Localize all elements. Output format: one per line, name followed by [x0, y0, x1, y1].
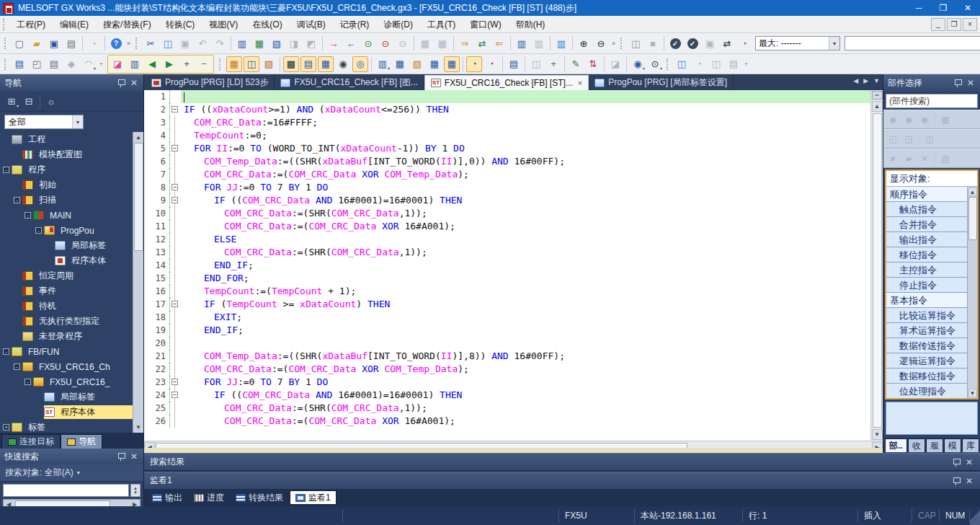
window-restore-button[interactable]: ❐: [931, 0, 956, 16]
parts-tab-模[interactable]: 模: [944, 438, 961, 452]
mdi-restore-button[interactable]: ❐: [947, 18, 961, 31]
parts-tab-收[interactable]: 收: [908, 438, 925, 452]
find-device2-icon[interactable]: ⊙: [378, 35, 393, 51]
code-line-11[interactable]: 11COM_CRC_Data:=(COM_CRC_Data XOR 16#A00…: [144, 220, 870, 233]
find-prev-icon[interactable]: ◀: [144, 56, 160, 72]
list-icon[interactable]: ▤: [46, 56, 62, 72]
window-minimize-button[interactable]: ─: [906, 0, 931, 16]
tab-scroll-right-icon[interactable]: ▶: [863, 77, 868, 84]
navigation-filter-combo[interactable]: 全部 ▼: [4, 115, 84, 129]
comment-add-icon[interactable]: +: [179, 56, 195, 72]
dock-tab-进度[interactable]: 进度: [189, 490, 229, 505]
code-line-13[interactable]: 13COM_CRC_Data:=(SHR(COM_CRC_Data,1));: [144, 246, 870, 259]
star-icon[interactable]: ★: [886, 151, 900, 166]
toolbar-overflow-icon[interactable]: ÷: [742, 61, 750, 68]
cut-icon[interactable]: ✂: [143, 35, 159, 51]
code-line-1[interactable]: 1: [144, 90, 870, 103]
parts-tab-库[interactable]: 库: [962, 438, 979, 452]
scroll-down-icon[interactable]: ▼: [133, 422, 144, 433]
max-combo[interactable]: 最大: -------▼: [755, 36, 840, 50]
st-convert-icon[interactable]: ◪: [110, 56, 125, 72]
code-line-18[interactable]: 18EXIT;: [144, 311, 870, 324]
tree-item-ProgPou[interactable]: -ProgPou: [0, 223, 143, 238]
program-add-icon[interactable]: +: [545, 56, 561, 72]
zoom-in-icon[interactable]: ⊕: [576, 35, 592, 51]
export-icon[interactable]: →: [326, 35, 342, 51]
pin-icon[interactable]: [117, 79, 125, 87]
toolbar-overflow-icon[interactable]: ÷: [97, 61, 105, 68]
editor-tab-lbl[interactable]: ProgPou [PRG] [局部标签设置]: [589, 75, 734, 90]
code-line-17[interactable]: 17−IF (TempCount >= xDataCount) THEN: [144, 298, 870, 311]
find-device3-icon[interactable]: ⊙: [395, 35, 411, 51]
gray3-icon[interactable]: ▤: [726, 56, 741, 72]
fold-collapse-icon[interactable]: −: [172, 106, 178, 112]
menu-item-5[interactable]: 在线(O): [245, 16, 289, 33]
find-device-icon[interactable]: ⊙: [360, 35, 376, 51]
paste2-icon[interactable]: ▣: [702, 35, 718, 51]
code-line-2[interactable]: 2−IF ((xDataCount>=1) AND (xDataCount<=2…: [144, 103, 870, 116]
stamp-icon[interactable]: ◪: [607, 56, 623, 72]
device-write-icon[interactable]: ▥: [234, 35, 250, 51]
fold-collapse-icon[interactable]: −: [172, 197, 178, 203]
tree-item-局部标签[interactable]: 局部标签: [0, 389, 143, 405]
parts-tab-部..[interactable]: 部..: [885, 438, 907, 452]
new-project-icon[interactable]: ▢: [12, 35, 27, 51]
menu-item-0[interactable]: 工程(P): [9, 16, 53, 33]
search-target-dropdown[interactable]: 搜索对象: 全部(A) ▾: [0, 464, 143, 482]
search-spinner[interactable]: ▲▼: [130, 484, 141, 497]
code-line-20[interactable]: 20: [144, 337, 870, 350]
dock-tab-输出[interactable]: 输出: [147, 490, 187, 505]
mdi-close-button[interactable]: ×: [963, 18, 977, 31]
instruction-category-输出指令[interactable]: 输出指令: [886, 232, 977, 247]
instruction-category-触点指令[interactable]: 触点指令: [886, 202, 977, 217]
menu-item-8[interactable]: 诊断(D): [376, 16, 420, 33]
scroll-up-icon[interactable]: ▲: [133, 132, 144, 143]
jump-comment-icon[interactable]: ⇒: [457, 35, 473, 51]
io-assign-icon[interactable]: ⇅: [585, 56, 601, 72]
menu-item-10[interactable]: 窗口(W): [463, 16, 508, 33]
instruction-category-数据传送指令[interactable]: 数据传送指令: [886, 338, 977, 353]
close-icon[interactable]: ✕: [129, 78, 139, 88]
monitor-write-icon[interactable]: ▥: [553, 35, 569, 51]
find-zoom-icon[interactable]: ⊙▾: [647, 56, 663, 72]
window-find-icon[interactable]: ◫: [674, 56, 690, 72]
watch-start-icon[interactable]: ◔: [466, 56, 482, 72]
place-cancel-icon[interactable]: ◲: [901, 132, 916, 146]
menu-item-9[interactable]: 工具(T): [420, 16, 463, 33]
find-next-icon[interactable]: ◉: [901, 112, 916, 127]
quick-search-input[interactable]: [3, 484, 129, 497]
tree-expand-icon[interactable]: -: [14, 363, 20, 370]
watch-stop-icon[interactable]: ◔: [484, 56, 499, 72]
device-edit-icon[interactable]: ▧: [261, 56, 277, 72]
code-line-19[interactable]: 19END_IF;: [144, 324, 870, 337]
fold-collapse-icon[interactable]: −: [172, 379, 178, 385]
undo-icon[interactable]: ↶: [195, 35, 210, 51]
st-doc-icon[interactable]: ▥: [127, 56, 143, 72]
device-mem-icon[interactable]: ▦: [417, 35, 433, 51]
chip-icon[interactable]: ▩: [283, 56, 299, 72]
fold-collapse-icon[interactable]: −: [172, 301, 178, 307]
st-code-editor[interactable]: 12−IF ((xDataCount>=1) AND (xDataCount<=…: [144, 90, 870, 441]
folder-icon[interactable]: ▰: [901, 151, 916, 166]
menu-item-7[interactable]: 记录(R): [333, 16, 377, 33]
code-line-26[interactable]: 26COM_CRC_Data:=(COM_CRC_Data XOR 16#A00…: [144, 415, 870, 428]
outline-icon[interactable]: ▤: [506, 56, 522, 72]
find-replace-icon[interactable]: ◎: [352, 56, 368, 72]
resize-grip[interactable]: [970, 506, 980, 525]
close-icon[interactable]: ✕: [129, 451, 139, 462]
window-nav-icon[interactable]: ◫: [244, 56, 259, 72]
parts-list-scrollbar[interactable]: ▲▼: [967, 187, 977, 398]
vertical-scroll-thumb[interactable]: [873, 113, 882, 428]
close-icon[interactable]: ✕: [964, 476, 974, 486]
code-line-8[interactable]: 8−FOR JJ:=0 TO 7 BY 1 DO: [144, 181, 870, 194]
view-lines-icon[interactable]: ▤: [300, 56, 316, 72]
scroll-thumb[interactable]: [968, 197, 977, 240]
code-line-10[interactable]: 10COM_CRC_Data:=(SHR(COM_CRC_Data,1));: [144, 207, 870, 220]
menu-item-3[interactable]: 转换(C): [159, 16, 202, 33]
transfer-icon[interactable]: ⇄: [719, 35, 735, 51]
fold-collapse-icon[interactable]: −: [172, 392, 178, 398]
redo-icon[interactable]: ↷: [212, 35, 228, 51]
code-line-3[interactable]: 3COM_CRC_Data:=16#FFFF;: [144, 116, 870, 129]
pin-icon[interactable]: [117, 452, 125, 461]
editor-tab-lbl[interactable]: FX5U_CRC16_Check [FB] [图...: [275, 75, 424, 90]
